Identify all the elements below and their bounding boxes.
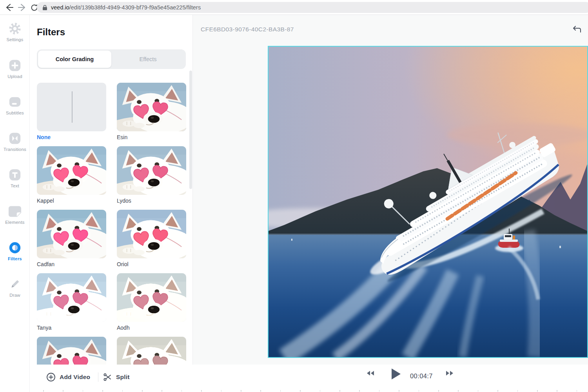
filter-option-esin[interactable]: Esin <box>117 83 186 146</box>
address-bar[interactable]: veed.io/edit/139b38fd-4949-4309-bf79-f9a… <box>37 2 588 13</box>
filter-name: Kappel <box>37 198 106 204</box>
filter-option-kappel[interactable]: Kappel <box>37 146 106 210</box>
filter-thumbnail[interactable] <box>37 146 106 195</box>
sidebar-item-transitions[interactable]: Transitions <box>0 124 30 161</box>
text-icon <box>8 168 22 181</box>
sidebar-item-filters[interactable]: Filters <box>0 234 30 270</box>
ruler-tick <box>438 390 439 392</box>
ruler-tick <box>221 390 222 392</box>
transitions-icon <box>8 132 22 145</box>
ruler-tick <box>122 390 123 392</box>
filter-thumbnail[interactable] <box>37 83 106 131</box>
ruler-tick <box>379 390 380 392</box>
play-icon <box>390 368 401 380</box>
rewind-icon <box>366 370 375 376</box>
plus-circle-icon <box>46 372 56 382</box>
ruler-tick <box>260 390 261 392</box>
filter-thumbnail[interactable] <box>117 83 186 131</box>
panel-scrollbar[interactable] <box>189 71 192 189</box>
filter-option-cadfan[interactable]: Cadfan <box>37 210 106 273</box>
ruler-tick <box>557 390 557 392</box>
sidebar-item-subtitles[interactable]: Subtitles <box>0 88 30 124</box>
sidebar-item-elements[interactable]: Elements <box>0 197 30 234</box>
filter-name: Lydos <box>117 198 186 204</box>
gear-icon <box>8 22 22 35</box>
sidebar-item-label: Text <box>11 183 19 188</box>
undo-button[interactable] <box>571 24 583 35</box>
filter-thumbnail[interactable] <box>37 210 106 258</box>
ruler-tick <box>162 390 162 392</box>
ruler-tick <box>339 390 340 392</box>
filters-tab-bar: Color GradingEffects <box>37 49 186 69</box>
filter-preview-dog-image <box>37 273 106 322</box>
filter-thumbnail[interactable] <box>117 273 186 322</box>
filter-name: Tanya <box>37 325 106 331</box>
filter-preview-dog-image <box>37 146 106 195</box>
play-button[interactable] <box>390 368 402 380</box>
sidebar-item-settings[interactable]: Settings <box>0 15 30 51</box>
sidebar-item-label: Filters <box>8 256 22 261</box>
filter-option-none[interactable]: None <box>37 83 106 146</box>
filters-icon <box>8 241 22 254</box>
split-button[interactable]: Split <box>103 371 130 383</box>
filter-option-lydos[interactable]: Lydos <box>117 146 186 210</box>
tab-color-grading[interactable]: Color Grading <box>38 51 111 68</box>
ruler-tick <box>497 390 498 392</box>
ruler-tick <box>43 390 44 392</box>
filter-preview-dog-image <box>117 210 186 258</box>
ruler-tick <box>280 390 281 392</box>
filter-preview-dog-image <box>117 83 186 131</box>
pencil-icon <box>8 278 22 291</box>
sidebar-item-label: Upload <box>7 74 22 79</box>
ruler-tick <box>83 390 83 392</box>
ruler-tick <box>399 390 399 392</box>
rewind-button[interactable] <box>365 370 376 376</box>
upload-plus-icon <box>8 59 22 72</box>
filter-name: Aodh <box>117 325 186 331</box>
filter-thumbnail[interactable] <box>37 273 106 322</box>
filter-thumbnail[interactable] <box>117 210 186 258</box>
ruler-tick <box>63 390 64 392</box>
filter-preview-dog-image <box>37 210 106 258</box>
undo-arrow-icon <box>572 25 581 33</box>
filter-option-tanya[interactable]: Tanya <box>37 273 106 337</box>
veed-editor-window: veed.io/edit/139b38fd-4949-4309-bf79-f9a… <box>0 0 588 392</box>
sidebar-item-label: Transitions <box>4 147 26 152</box>
browser-toolbar: veed.io/edit/139b38fd-4949-4309-bf79-f9a… <box>0 0 588 15</box>
filter-name: Esin <box>117 134 186 140</box>
ruler-tick <box>458 390 459 392</box>
filter-name: None <box>37 134 106 140</box>
ruler-tick <box>478 390 479 392</box>
ruler-tick <box>142 390 143 392</box>
none-filter-mark <box>72 91 73 123</box>
filter-preview-dog-image <box>117 146 186 195</box>
sidebar-item-draw[interactable]: Draw <box>0 270 30 307</box>
ruler-tick <box>517 390 518 392</box>
sidebar-item-text[interactable]: Text <box>0 161 30 197</box>
browser-back-button[interactable] <box>3 2 15 13</box>
ruler-tick <box>419 390 419 392</box>
filter-option-aodh[interactable]: Aodh <box>117 273 186 337</box>
toolbar-divider <box>98 372 98 382</box>
filter-preview-dog-image <box>117 273 186 322</box>
filters-panel: Filters Color GradingEffects None Esin K… <box>30 15 193 392</box>
ruler-tick <box>537 390 538 392</box>
video-preview[interactable] <box>268 46 588 358</box>
ruler-tick <box>300 390 301 392</box>
add-video-button[interactable]: Add Video <box>46 371 90 383</box>
timeline-toolbar: Add Video Split 00:04:7 <box>30 365 588 392</box>
fast-forward-button[interactable] <box>445 370 455 376</box>
filter-grid: None Esin Kappel Lydos Cadfan Oriol Tany… <box>37 83 186 392</box>
filter-thumbnail[interactable] <box>117 146 186 195</box>
filter-option-oriol[interactable]: Oriol <box>117 210 186 273</box>
subtitles-icon <box>8 95 22 109</box>
browser-forward-button[interactable] <box>16 2 28 13</box>
sidebar-item-label: Draw <box>9 293 20 298</box>
ruler-tick <box>201 390 202 392</box>
panel-title: Filters <box>37 27 65 38</box>
sidebar-item-upload[interactable]: Upload <box>0 51 30 88</box>
ruler-tick <box>181 390 182 392</box>
elements-icon <box>8 205 22 218</box>
ruler-tick <box>320 390 321 392</box>
tab-effects[interactable]: Effects <box>111 51 185 68</box>
